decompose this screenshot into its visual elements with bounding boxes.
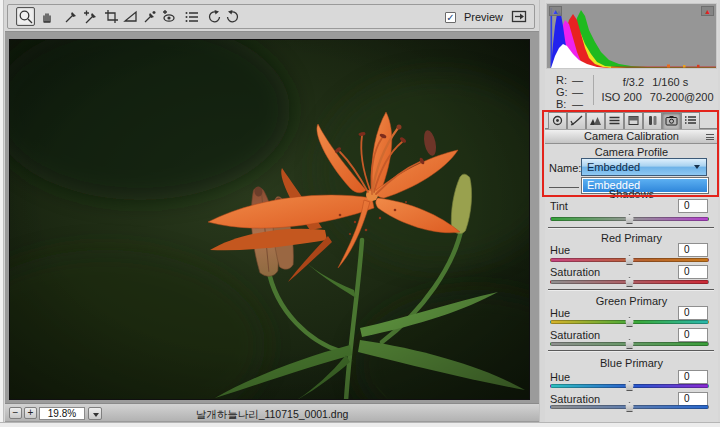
panel-tabs: [545, 112, 718, 129]
rgb-readout: R:— G:— B:—: [556, 74, 583, 110]
straighten-icon: [123, 9, 139, 25]
section-separator: [548, 289, 714, 291]
tab-presets[interactable]: [681, 112, 700, 129]
window-left-edge: [0, 0, 4, 427]
white-balance-tool-button[interactable]: [61, 7, 80, 26]
rotate-cw-icon: [225, 9, 241, 25]
statusbar: − + 19.8% 날개하늘나리_110715_0001.dng: [5, 403, 539, 422]
r-value: —: [572, 74, 583, 86]
tab-tone-curve[interactable]: [567, 112, 586, 129]
rotate-right-button[interactable]: [223, 7, 242, 26]
tab-camera-calibration[interactable]: [662, 112, 681, 129]
shadow-clip-triangle-icon: ▲: [552, 8, 559, 15]
hand-icon: [39, 9, 55, 25]
zoom-tool-button[interactable]: [16, 7, 35, 26]
shadow-clipping-toggle[interactable]: ▲: [549, 6, 562, 16]
split-rect-icon: [627, 115, 640, 128]
slider-value-blue-saturation[interactable]: 0: [678, 392, 708, 406]
slider-value-red-saturation[interactable]: 0: [678, 265, 708, 279]
slider-thumb[interactable]: [624, 255, 635, 265]
rotate-left-button[interactable]: [204, 7, 223, 26]
section-heading-blue-primary: Blue Primary: [545, 357, 718, 369]
slider-label-tint: Tint: [550, 200, 650, 212]
histogram-chart: [547, 4, 716, 68]
slider-label-green-hue: Hue: [550, 307, 650, 319]
slider-track-tint[interactable]: [550, 217, 709, 221]
tab-hsl-grayscale[interactable]: [605, 112, 624, 129]
list-icon: [184, 9, 200, 25]
toolbar: ✓ Preview: [7, 4, 535, 29]
image-canvas: [5, 31, 539, 403]
filename-label: 날개하늘나리_110715_0001.dng: [5, 408, 539, 422]
combo-chevron-down-icon: [691, 161, 704, 173]
slider-thumb[interactable]: [624, 214, 635, 224]
tab-basic[interactable]: [548, 112, 567, 129]
slider-track-red-saturation[interactable]: [550, 280, 709, 284]
profile-name-value: Embedded: [587, 161, 640, 173]
fullscreen-toggle-button[interactable]: [511, 9, 528, 26]
toggle-fullscreen-icon: [511, 8, 528, 27]
hand-tool-button[interactable]: [37, 7, 56, 26]
spot-removal-tool-button[interactable]: [140, 7, 159, 26]
name-label: Name:: [549, 162, 581, 174]
color-sampler-tool-button[interactable]: [80, 7, 99, 26]
right-panel: ▲ ▲ R:— G:— B:— f/3.21/160 s ISO 20070-2…: [545, 0, 718, 422]
photo-lily[interactable]: [9, 39, 530, 400]
tab-detail[interactable]: [586, 112, 605, 129]
profile-name-select[interactable]: Embedded: [581, 158, 707, 176]
panel-title-bar: Camera Calibration: [545, 129, 718, 144]
slider-value-tint[interactable]: 0: [678, 199, 708, 213]
check-icon: ✓: [446, 12, 454, 23]
preferences-tool-button[interactable]: [182, 7, 201, 26]
eyedropper-icon: [63, 9, 79, 25]
crop-icon: [104, 9, 120, 25]
red-eye-tool-button[interactable]: [159, 7, 178, 26]
slider-track-red-hue[interactable]: [550, 258, 709, 262]
shutter-value: 1/160 s: [648, 76, 692, 88]
slider-value-red-hue[interactable]: 0: [678, 243, 708, 257]
crop-tool-button[interactable]: [102, 7, 121, 26]
tab-split-toning[interactable]: [624, 112, 643, 129]
curve-icon: [570, 115, 583, 128]
slider-label-blue-saturation: Saturation: [550, 393, 650, 405]
slider-track-green-hue[interactable]: [550, 320, 709, 324]
slider-value-green-hue[interactable]: 0: [678, 306, 708, 320]
highlight-clipping-toggle[interactable]: ▲: [701, 6, 714, 16]
slider-value-green-saturation[interactable]: 0: [678, 328, 708, 342]
triangles-icon: [589, 115, 602, 128]
highlight-clip-triangle-icon: ▲: [704, 8, 711, 15]
window-bottom-edge: [0, 422, 720, 427]
brush-icon: [142, 9, 158, 25]
section-separator: [548, 227, 714, 229]
magnifier-icon: [18, 9, 34, 25]
slider-label-red-hue: Hue: [550, 244, 650, 256]
camera-icon: [665, 115, 678, 128]
panel-menu-icon[interactable]: [706, 134, 714, 140]
slider-thumb[interactable]: [624, 277, 635, 287]
g-value: —: [572, 86, 583, 98]
iso-value: ISO 200: [597, 91, 645, 103]
histogram: ▲ ▲: [546, 3, 717, 69]
slider-track-blue-saturation[interactable]: [550, 405, 709, 409]
slider-label-green-saturation: Saturation: [550, 329, 650, 341]
panel-title: Camera Calibration: [584, 130, 679, 142]
preview-label: Preview: [464, 11, 503, 23]
aperture-value: f/3.2: [619, 76, 648, 88]
preview-checkbox[interactable]: ✓: [445, 12, 456, 23]
straighten-tool-button[interactable]: [121, 7, 140, 26]
section-separator: [548, 350, 714, 352]
slider-label-blue-hue: Hue: [550, 371, 650, 383]
aperture-icon: [551, 115, 564, 128]
eye-icon: [161, 9, 177, 25]
tab-lens-corrections[interactable]: [643, 112, 662, 129]
rotate-ccw-icon: [206, 9, 222, 25]
slider-label-red-saturation: Saturation: [550, 266, 650, 278]
camera-profile-heading: Camera Profile: [545, 146, 718, 158]
bars-icon: [608, 115, 621, 128]
slider-track-green-saturation[interactable]: [550, 342, 709, 346]
slider-track-blue-hue[interactable]: [550, 384, 709, 388]
lens-icon: [646, 115, 659, 128]
preset-list-icon: [684, 115, 697, 128]
exposure-info: R:— G:— B:— f/3.21/160 s ISO 20070-200@2…: [546, 71, 717, 110]
slider-value-blue-hue[interactable]: 0: [678, 370, 708, 384]
